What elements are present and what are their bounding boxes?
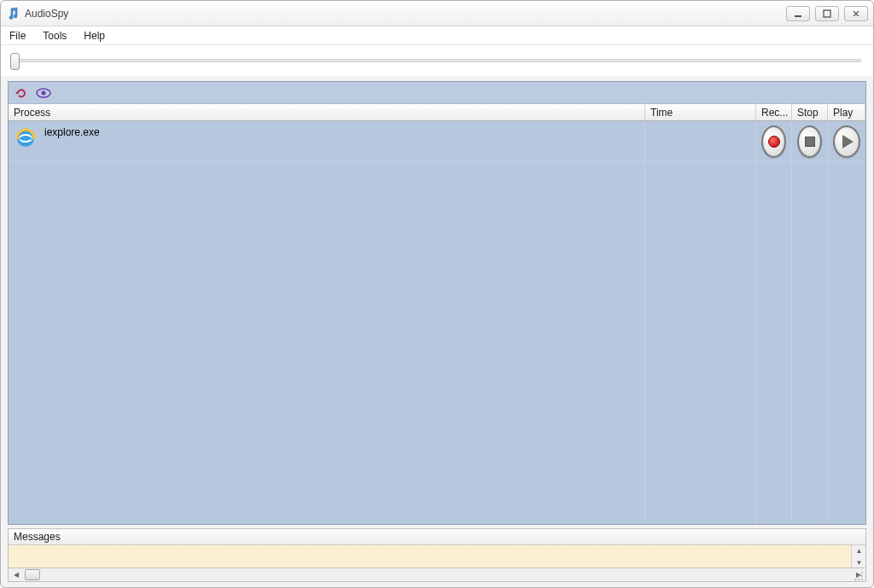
messages-header[interactable]: Messages <box>8 528 866 545</box>
svg-rect-6 <box>20 137 32 140</box>
maximize-button[interactable] <box>815 6 839 21</box>
messages-content <box>9 545 851 568</box>
cell-stop <box>792 121 828 161</box>
column-header-play[interactable]: Play <box>828 104 865 120</box>
scroll-thumb[interactable] <box>25 569 40 580</box>
svg-rect-1 <box>824 10 830 17</box>
eye-icon[interactable] <box>36 85 51 101</box>
svg-point-11 <box>858 579 859 580</box>
table-row[interactable]: iexplore.exe <box>9 121 865 162</box>
grid-toolbar <box>9 82 865 104</box>
svg-point-8 <box>858 575 859 577</box>
window-controls <box>786 6 868 21</box>
scroll-left-arrow-icon[interactable]: ◀ <box>9 568 23 581</box>
process-name: iexplore.exe <box>44 126 100 138</box>
svg-point-7 <box>861 572 863 573</box>
svg-point-10 <box>854 579 856 580</box>
seek-slider-area <box>1 45 873 76</box>
grid-body: iexplore.exe <box>9 121 865 524</box>
scroll-down-arrow-icon[interactable]: ▼ <box>852 557 866 568</box>
messages-panel: ▲ ▼ <box>8 545 866 568</box>
horizontal-scrollbar[interactable]: ◀ ▶ <box>8 568 866 582</box>
menubar: File Tools Help <box>1 26 873 45</box>
svg-rect-0 <box>795 15 801 17</box>
cell-record <box>756 121 792 161</box>
grid-empty-area <box>9 162 865 524</box>
svg-point-12 <box>861 579 863 580</box>
cell-time <box>645 121 756 161</box>
play-button[interactable] <box>833 125 860 158</box>
record-button[interactable] <box>761 125 786 158</box>
menu-file[interactable]: File <box>9 30 26 42</box>
music-note-icon <box>6 7 20 20</box>
messages-vertical-scrollbar[interactable]: ▲ ▼ <box>851 545 865 568</box>
cell-process: iexplore.exe <box>9 121 645 161</box>
cell-play <box>828 121 865 161</box>
app-window: AudioSpy File Tools Help <box>0 0 874 588</box>
titlebar: AudioSpy <box>1 1 873 26</box>
column-header-process[interactable]: Process <box>9 104 645 120</box>
column-header-stop[interactable]: Stop <box>792 104 828 120</box>
close-button[interactable] <box>844 6 868 21</box>
seek-slider-thumb[interactable] <box>10 53 20 70</box>
svg-point-3 <box>42 90 46 95</box>
refresh-icon[interactable] <box>14 85 29 101</box>
internet-explorer-icon <box>14 126 38 150</box>
svg-point-9 <box>861 575 863 577</box>
window-title: AudioSpy <box>25 8 786 20</box>
column-header-record[interactable]: Rec... <box>756 104 792 120</box>
stop-button[interactable] <box>797 125 822 158</box>
grid-header: Process Time Rec... Stop Play <box>9 104 865 121</box>
minimize-button[interactable] <box>786 6 810 21</box>
seek-slider[interactable] <box>13 59 861 62</box>
scroll-up-arrow-icon[interactable]: ▲ <box>852 545 866 556</box>
column-header-time[interactable]: Time <box>645 104 756 120</box>
process-grid-pane: Process Time Rec... Stop Play i <box>8 81 866 525</box>
resize-grip-icon[interactable] <box>854 571 864 581</box>
menu-help[interactable]: Help <box>84 30 105 42</box>
menu-tools[interactable]: Tools <box>43 30 67 42</box>
